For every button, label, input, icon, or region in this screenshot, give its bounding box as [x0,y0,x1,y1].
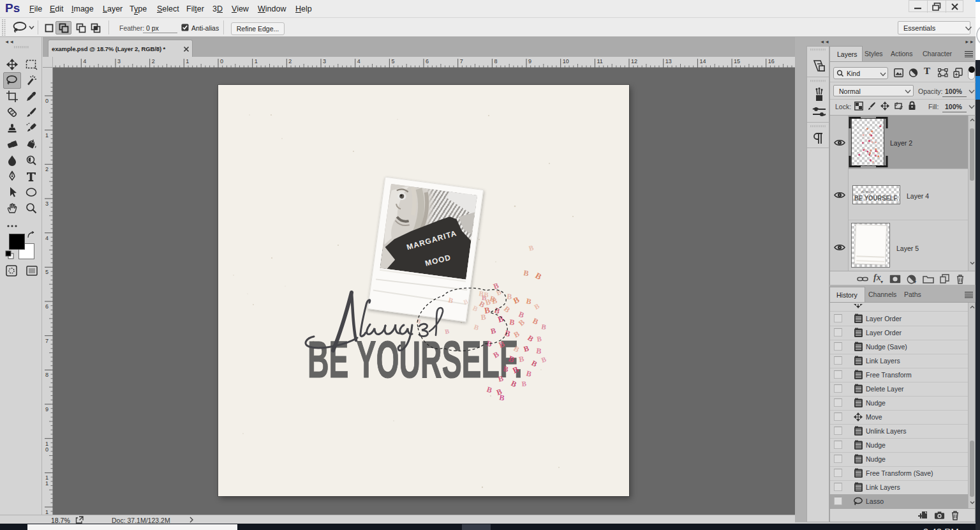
svg-text:B: B [530,358,539,368]
svg-text:B: B [523,268,529,278]
svg-text:B: B [471,304,479,313]
svg-text:5: 5 [45,269,48,275]
svg-text:10: 10 [563,58,569,64]
svg-text:8: 8 [45,372,48,378]
svg-text:8: 8 [494,58,497,64]
svg-text:12: 12 [631,58,637,64]
svg-text:1: 1 [255,58,258,64]
svg-text:6: 6 [45,303,48,310]
svg-text:4: 4 [45,235,48,241]
svg-text:0: 0 [45,98,48,104]
svg-text:13: 13 [665,58,672,64]
svg-text:B: B [541,322,547,331]
svg-text:B: B [534,271,544,282]
svg-text:B: B [517,317,526,328]
svg-text:B: B [536,346,542,356]
svg-text:4: 4 [357,58,360,64]
svg-text:B: B [526,333,535,344]
svg-text:B: B [537,335,543,343]
svg-text:B: B [512,294,521,305]
svg-text:1: 1 [186,58,189,64]
svg-text:B: B [525,368,532,379]
svg-text:B: B [502,305,512,315]
svg-text:9: 9 [45,406,48,413]
svg-text:1: 1 [45,480,48,487]
svg-text:9: 9 [528,58,531,64]
svg-text:14: 14 [699,58,706,64]
svg-text:B: B [491,296,498,306]
svg-text:B: B [533,301,541,310]
svg-text:B: B [498,393,505,402]
svg-text:6: 6 [426,58,429,64]
svg-text:7: 7 [460,58,463,64]
svg-text:B: B [540,355,548,364]
svg-text:B: B [447,296,454,305]
svg-text:B: B [525,296,532,306]
svg-text:B: B [518,354,524,364]
svg-text:BE YOURSELF.: BE YOURSELF. [854,195,898,202]
svg-text:15: 15 [734,58,740,64]
svg-text:B: B [528,243,535,252]
svg-text:3: 3 [117,58,121,64]
svg-text:B: B [490,326,497,336]
svg-text:11: 11 [597,58,602,64]
svg-text:16: 16 [768,58,775,64]
svg-text:1: 1 [45,132,48,139]
svg-text:5: 5 [391,58,394,64]
svg-text:2: 2 [288,58,292,64]
svg-text:0: 0 [45,446,48,453]
svg-text:2: 2 [45,166,48,172]
svg-text:B: B [480,312,486,322]
svg-text:2: 2 [152,58,155,64]
svg-text:B: B [509,317,516,327]
svg-text:B: B [444,328,450,335]
svg-text:3: 3 [323,58,326,64]
svg-text:Always: Always [861,189,874,194]
svg-text:B: B [523,344,530,354]
svg-text:B: B [463,298,469,306]
svg-text:B: B [517,310,526,320]
svg-text:B: B [521,379,527,388]
svg-text:B: B [495,288,503,297]
svg-text:7: 7 [45,338,48,344]
svg-text:B: B [531,316,540,326]
svg-text:0: 0 [220,58,223,64]
svg-text:4: 4 [83,58,86,64]
svg-text:3: 3 [45,201,48,207]
